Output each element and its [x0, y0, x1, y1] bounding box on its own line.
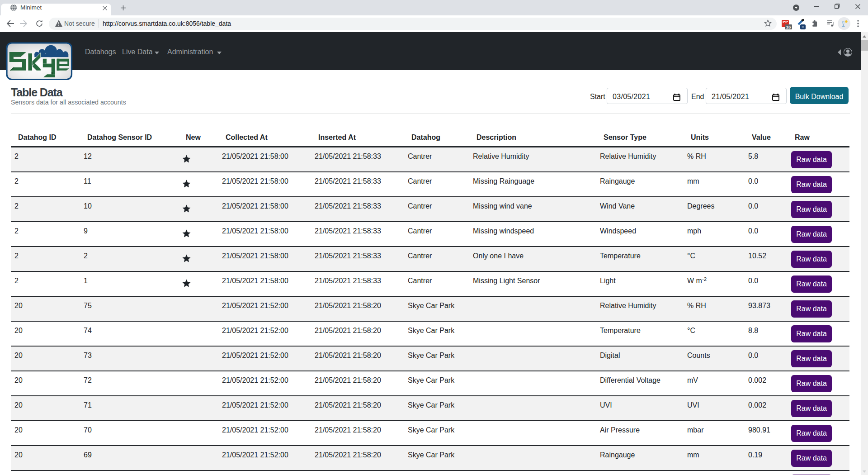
svg-text:16: 16	[786, 24, 791, 29]
